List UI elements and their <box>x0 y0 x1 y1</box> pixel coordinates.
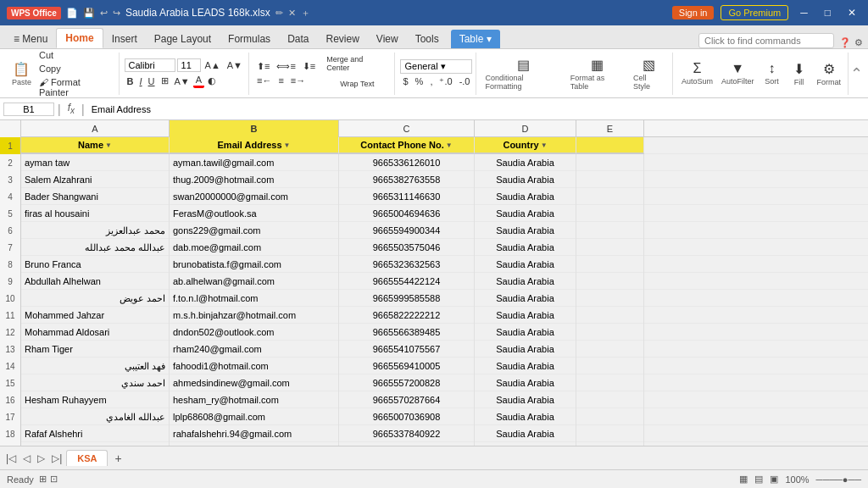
cell-phone[interactable]: 9665999585588 <box>339 290 475 307</box>
copy-button[interactable]: Copy <box>36 63 115 75</box>
cell-email[interactable]: thug.2009@hotmail.com <box>170 171 339 188</box>
tab-menu[interactable]: ≡ Menu <box>5 30 56 48</box>
tab-data[interactable]: Data <box>279 30 317 48</box>
sheet-nav-prev[interactable]: ◁ <box>20 452 33 464</box>
cell-name[interactable]: Abdullah Alhelwan <box>21 273 170 290</box>
cell-country[interactable]: Saudia Arabia <box>475 239 576 256</box>
cell-style-button[interactable]: ▧ Cell Style <box>630 55 669 92</box>
merge-center-button[interactable]: Merge and Center <box>323 54 391 73</box>
cell-phone[interactable]: 9665503575046 <box>339 239 475 256</box>
close-tab-icon[interactable]: ✕ <box>288 8 296 19</box>
cell-email[interactable]: gons229@gmail.com <box>170 222 339 239</box>
cell-phone[interactable]: 9665633284794 <box>339 442 475 446</box>
premium-button[interactable]: Go Premium <box>721 5 788 20</box>
cell-name[interactable]: محمد عبدالعزيز <box>21 222 170 239</box>
cell-name[interactable]: فهد العتيبي <box>21 358 170 374</box>
align-bottom-button[interactable]: ⬇≡ <box>300 60 318 73</box>
highlight-button[interactable]: ◐ <box>205 75 219 87</box>
cell-country[interactable]: Saudia Arabia <box>475 273 576 290</box>
cell-country[interactable]: Saudia Arabia <box>475 425 576 442</box>
tab-tools[interactable]: Tools <box>407 30 448 48</box>
cell-country[interactable]: Saudia Arabia <box>475 408 576 425</box>
cell-phone[interactable]: 9665554422124 <box>339 273 475 290</box>
email-filter-arrow[interactable]: ▼ <box>284 141 291 149</box>
fill-button[interactable]: ⬇ Fill <box>786 55 811 92</box>
cell-name[interactable]: Rafaf Alshehri <box>21 425 170 442</box>
cell-name[interactable]: احمد عويض <box>21 290 170 307</box>
cell-country[interactable]: Saudia Arabia <box>475 324 576 341</box>
currency-button[interactable]: $ <box>400 75 410 88</box>
cell-country[interactable]: Saudia Arabia <box>475 222 576 239</box>
col-header-e[interactable]: E <box>576 120 644 137</box>
col-header-b[interactable]: B <box>170 120 339 137</box>
cell-name[interactable]: عبدالله محمد عبدالله <box>21 239 170 256</box>
cell-email[interactable]: FerasM@outlook.sa <box>170 205 339 222</box>
underline-button[interactable]: U <box>146 75 158 87</box>
redo-icon[interactable]: ↪ <box>113 8 120 19</box>
tab-formulas[interactable]: Formulas <box>220 30 279 48</box>
cell-country[interactable]: Saudia Arabia <box>475 256 576 273</box>
cell-country[interactable]: Saudia Arabia <box>475 205 576 222</box>
cell-email[interactable]: brunobatista.f@gmail.com <box>170 256 339 273</box>
tab-page-layout[interactable]: Page Layout <box>146 30 220 48</box>
add-tab-icon[interactable]: ＋ <box>301 7 310 19</box>
wps-logo[interactable]: WPS Office <box>7 7 61 19</box>
save-icon[interactable]: 💾 <box>83 8 95 19</box>
cell-phone[interactable]: 9665311146630 <box>339 188 475 205</box>
paste-button[interactable]: 📋 Paste <box>8 55 35 92</box>
increase-decimal-button[interactable]: ⁺.0 <box>437 75 454 88</box>
align-center-button[interactable]: ≡ <box>275 75 286 86</box>
phone-filter-arrow[interactable]: ▼ <box>446 141 453 149</box>
font-name-input[interactable] <box>125 58 175 72</box>
tab-home[interactable]: Home <box>56 28 103 48</box>
font-color-button[interactable]: A <box>193 74 204 88</box>
align-right-button[interactable]: ≡→ <box>288 75 308 86</box>
cell-name[interactable]: Salem Alzahrani <box>21 171 170 188</box>
cell-email[interactable]: king64x@gmail.com <box>170 442 339 446</box>
conditional-formatting-button[interactable]: ▤ Conditional Formatting <box>481 55 565 92</box>
cell-email[interactable]: m.s.h.binjahzar@hotmail.com <box>170 307 339 324</box>
tab-table[interactable]: Table ▾ <box>451 30 500 48</box>
cell-phone[interactable]: 9665557200828 <box>339 374 475 391</box>
cell-name[interactable]: عبدالله الغامدي <box>21 408 170 425</box>
cell-email[interactable]: rahafalshehri.94@gmail.com <box>170 425 339 442</box>
sort-button[interactable]: ↕ Sort <box>759 55 784 92</box>
view-layout-icon[interactable]: ▤ <box>754 474 763 485</box>
increase-font-button[interactable]: A▲ <box>203 59 223 71</box>
cell-country[interactable]: Saudia Arabia <box>475 171 576 188</box>
fill-color-button[interactable]: A▼ <box>172 75 192 87</box>
cell-country[interactable]: Saudia Arabia <box>475 374 576 391</box>
signin-button[interactable]: Sign in <box>672 6 715 19</box>
cell-email[interactable]: ayman.tawil@gmail.com <box>170 154 339 171</box>
format-button[interactable]: ⚙ Format <box>813 55 844 92</box>
cell-phone[interactable]: 9665566389485 <box>339 324 475 341</box>
cell-country[interactable]: Saudia Arabia <box>475 442 576 446</box>
cell-email[interactable]: ab.alhelwan@gmail.com <box>170 273 339 290</box>
cell-name[interactable]: Mohammad Aldosari <box>21 324 170 341</box>
cell-reference-input[interactable] <box>3 103 54 116</box>
tab-review[interactable]: Review <box>317 30 367 48</box>
add-sheet-button[interactable]: + <box>109 452 126 465</box>
col-header-a[interactable]: A <box>21 120 170 137</box>
cell-phone[interactable]: 9665323632563 <box>339 256 475 273</box>
cell-name[interactable]: Rham Tiger <box>21 341 170 358</box>
format-as-table-button[interactable]: ▦ Format as Table <box>567 55 628 92</box>
font-size-input[interactable] <box>177 58 201 72</box>
country-filter-arrow[interactable]: ▼ <box>541 141 548 149</box>
cell-phone[interactable]: 9665336126010 <box>339 154 475 171</box>
cell-name[interactable]: firas al housaini <box>21 205 170 222</box>
cell-country[interactable]: Saudia Arabia <box>475 391 576 408</box>
view-page-icon[interactable]: ▣ <box>770 474 778 485</box>
format-painter-button[interactable]: 🖌 Format Painter <box>36 76 115 98</box>
cell-email[interactable]: rham240@gmail.com <box>170 341 339 358</box>
zoom-slider[interactable]: ────●── <box>816 474 861 485</box>
cell-country[interactable]: Saudia Arabia <box>475 188 576 205</box>
cell-country[interactable]: Saudia Arabia <box>475 290 576 307</box>
percent-button[interactable]: % <box>413 75 426 88</box>
wrap-text-button[interactable]: Wrap Text <box>323 75 391 93</box>
cell-name[interactable]: Mohammed Jahzar <box>21 307 170 324</box>
cell-phone[interactable]: 9665822222212 <box>339 307 475 324</box>
cell-name[interactable]: Bruno Franca <box>21 256 170 273</box>
number-format-select[interactable]: General ▾ <box>400 59 472 74</box>
sheet-nav-last[interactable]: ▷| <box>49 452 64 464</box>
